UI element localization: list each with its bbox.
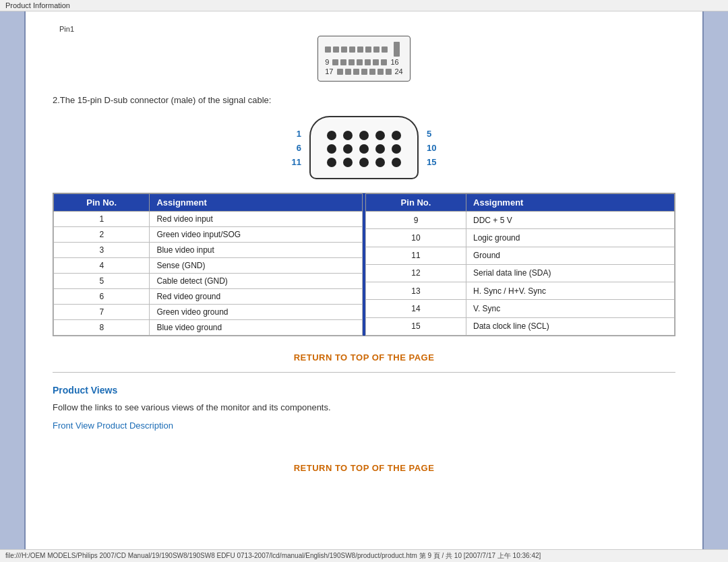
pin-number: 11 [366, 247, 466, 264]
table-row: 2Green video input/SOG [54, 227, 363, 243]
dvi-pin [365, 46, 371, 53]
pin-assignment: Cable detect (GND) [150, 274, 363, 289]
dvi-pin [349, 46, 355, 53]
return-link-1[interactable]: RETURN TO TOP OF THE PAGE [53, 352, 675, 363]
product-views-description: Follow the links to see various views of… [53, 402, 675, 412]
table-row: 9DDC + 5 V [366, 212, 675, 229]
dvi-pin [353, 69, 359, 75]
dvi-pin [345, 69, 351, 75]
pin-table-wrapper: Pin No. Assignment 1Red video input2Gree… [53, 193, 675, 336]
vga-pin [375, 158, 385, 167]
dvi-pin [373, 46, 380, 53]
vga-pin [327, 158, 336, 167]
pin-assignment: H. Sync / H+V. Sync [466, 282, 675, 300]
right-sidebar [702, 11, 728, 562]
pin-number: 4 [54, 258, 150, 274]
pin-assignment: Serial data line (SDA) [466, 264, 675, 282]
dvi-pin-single [394, 42, 400, 57]
vga-pin [375, 144, 385, 154]
product-views-section: Product Views Follow the links to see va… [53, 385, 675, 431]
vga-wrapper: 1 6 11 [53, 116, 675, 179]
table-header-assignment-left: Assignment [150, 194, 363, 212]
vga-label-10: 10 [427, 143, 436, 153]
vga-pin [359, 131, 369, 140]
dvi-pin [325, 46, 331, 53]
vga-label-15: 15 [427, 157, 436, 167]
left-sidebar [0, 11, 26, 562]
pin-table-left: Pin No. Assignment 1Red video input2Gree… [53, 193, 363, 336]
dvi-pin [386, 69, 392, 75]
pin-number: 10 [366, 229, 466, 247]
pin-number: 9 [366, 212, 466, 229]
table-row: 14V. Sync [366, 300, 675, 317]
dvi-pin [377, 69, 384, 75]
pin-assignment: Data clock line (SCL) [466, 317, 675, 335]
pin-number: 15 [366, 317, 466, 335]
pin-number: 7 [54, 305, 150, 320]
pin-assignment: Green video input/SOG [150, 227, 363, 243]
vga-connector-diagram [309, 116, 419, 179]
table-row: 6Red video ground [54, 289, 363, 305]
pin-assignment: Blue video ground [150, 320, 363, 336]
pin-number: 1 [54, 212, 150, 227]
table-row: 5Cable detect (GND) [54, 274, 363, 289]
pin-assignment: Red video ground [150, 289, 363, 305]
dvi-pin [365, 59, 371, 65]
vga-pin [359, 158, 369, 167]
pin-assignment: Sense (GND) [150, 258, 363, 274]
vga-label-11: 11 [292, 157, 301, 167]
pin-table-right: Pin No. Assignment 9DDC + 5 V10Logic gro… [365, 193, 675, 336]
section2-description: 2.The 15-pin D-sub connector (male) of t… [53, 95, 675, 105]
vga-pin [343, 158, 353, 167]
dvi-row-1 [325, 42, 403, 57]
dvi-row-2: 9 16 [325, 58, 403, 66]
dvi-pin [381, 59, 387, 65]
pin-assignment: V. Sync [466, 300, 675, 317]
table-row: 3Blue video input [54, 243, 363, 258]
vga-pin [359, 144, 369, 154]
table-row: 7Green video ground [54, 305, 363, 320]
status-bar: file:///H:/OEM MODELS/Philips 2007/CD Ma… [0, 549, 728, 562]
dvi-row-3: 17 24 [325, 67, 403, 75]
vga-labels-left: 1 6 11 [292, 129, 301, 167]
dvi-pin [382, 46, 388, 53]
dvi-pin [361, 69, 367, 75]
pin-number: 6 [54, 289, 150, 305]
vga-label-6: 6 [297, 143, 301, 153]
status-bar-text: file:///H:/OEM MODELS/Philips 2007/CD Ma… [5, 552, 541, 559]
vga-row-2 [327, 144, 401, 154]
vga-pin [343, 131, 353, 140]
vga-pin [327, 144, 336, 154]
vga-label-1: 1 [297, 129, 301, 139]
return-link-2[interactable]: RETURN TO TOP OF THE PAGE [53, 463, 675, 473]
top-bar-label: Product Information [5, 1, 70, 9]
dvi-connector-section: Pin1 9 [53, 25, 675, 82]
table-header-pin-left: Pin No. [54, 194, 150, 212]
pin-assignment: Logic ground [466, 229, 675, 247]
vga-pin [392, 144, 401, 154]
vga-pin [343, 144, 353, 154]
main-content: Pin1 9 [26, 11, 702, 562]
front-view-link[interactable]: Front View Product Description [53, 420, 173, 431]
vga-pin [327, 131, 336, 140]
pin-number: 12 [366, 264, 466, 282]
pin-number: 13 [366, 282, 466, 300]
pin-assignment: DDC + 5 V [466, 212, 675, 229]
table-row: 15Data clock line (SCL) [366, 317, 675, 335]
table-row: 1Red video input [54, 212, 363, 227]
table-row: 10Logic ground [366, 229, 675, 247]
table-row: 8Blue video ground [54, 320, 363, 336]
table-header-assignment-right: Assignment [466, 194, 675, 212]
vga-pin [375, 131, 385, 140]
table-row: 11Ground [366, 247, 675, 264]
table-row: 4Sense (GND) [54, 258, 363, 274]
dvi-pin [348, 59, 355, 65]
vga-connector-section: 1 6 11 [53, 116, 675, 179]
top-bar: Product Information [0, 0, 728, 11]
dvi-pin [373, 59, 379, 65]
pin-number: 2 [54, 227, 150, 243]
vga-labels-right: 5 10 15 [427, 129, 436, 167]
dvi-pin [357, 59, 363, 65]
pin-number: 14 [366, 300, 466, 317]
pin-assignment: Red video input [150, 212, 363, 227]
